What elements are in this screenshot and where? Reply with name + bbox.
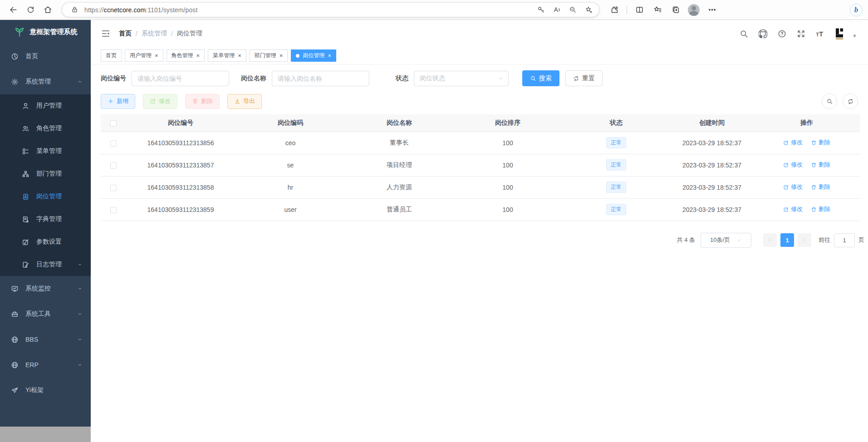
fullscreen-icon[interactable] bbox=[797, 29, 805, 38]
tab-close-icon[interactable]: × bbox=[328, 53, 331, 59]
next-page-button[interactable] bbox=[798, 233, 811, 247]
sidebar-item-system-tools[interactable]: 系统工具 bbox=[0, 301, 91, 327]
dashboard-icon bbox=[11, 53, 19, 60]
gear-icon bbox=[11, 78, 19, 86]
sidebar-item-role-mgmt[interactable]: 角色管理 bbox=[0, 117, 91, 140]
sidebar-item-bbs[interactable]: BBS bbox=[0, 327, 91, 352]
sidebar-item-menu-mgmt[interactable]: 菜单管理 bbox=[0, 140, 91, 162]
post-name-input[interactable] bbox=[272, 71, 369, 86]
tab-user-mgmt[interactable]: 用户管理× bbox=[125, 49, 163, 62]
page-size-select[interactable]: 10条/页 bbox=[701, 233, 751, 248]
breadcrumb-current: 岗位管理 bbox=[177, 29, 202, 38]
status-badge: 正常 bbox=[606, 204, 626, 215]
status-badge: 正常 bbox=[606, 137, 626, 148]
add-button[interactable]: 新增 bbox=[101, 94, 135, 109]
collections-icon[interactable] bbox=[668, 2, 683, 18]
row-edit-link[interactable]: 修改 bbox=[783, 205, 803, 213]
row-checkbox[interactable] bbox=[110, 140, 117, 147]
reset-button[interactable]: 重置 bbox=[565, 70, 603, 86]
header-search-icon[interactable] bbox=[740, 29, 748, 38]
sidebar-item-dict-mgmt[interactable]: 字典管理 bbox=[0, 208, 91, 231]
sidebar-toggle-icon[interactable] bbox=[101, 29, 111, 39]
search-button[interactable]: 搜索 bbox=[522, 70, 559, 86]
chevron-down-icon bbox=[77, 311, 83, 317]
browser-back-icon[interactable] bbox=[5, 2, 21, 18]
password-key-icon[interactable] bbox=[535, 4, 547, 16]
github-icon[interactable] bbox=[759, 29, 767, 38]
status-label: 状态 bbox=[396, 74, 408, 83]
tab-menu-mgmt[interactable]: 菜单管理× bbox=[208, 49, 246, 62]
profile-avatar[interactable] bbox=[686, 2, 701, 18]
tab-close-icon[interactable]: × bbox=[238, 53, 241, 59]
refresh-table-button[interactable] bbox=[843, 93, 858, 109]
sidebar-item-erp[interactable]: ERP bbox=[0, 352, 91, 378]
sidebar-item-home[interactable]: 首页 bbox=[0, 44, 91, 69]
chevron-down-icon bbox=[77, 362, 83, 368]
tab-home[interactable]: 首页 bbox=[101, 49, 122, 62]
edit-square-icon bbox=[22, 238, 29, 246]
font-size-icon[interactable]: TT bbox=[816, 30, 823, 38]
log-file-icon bbox=[22, 261, 29, 269]
chevron-left-icon bbox=[767, 237, 773, 243]
tab-dept-mgmt[interactable]: 部门管理× bbox=[250, 49, 288, 62]
tab-role-mgmt[interactable]: 角色管理× bbox=[167, 49, 205, 62]
sidebar-item-dept-mgmt[interactable]: 部门管理 bbox=[0, 162, 91, 185]
id-badge-icon bbox=[22, 193, 29, 201]
help-icon[interactable] bbox=[778, 29, 786, 38]
caret-down-icon[interactable]: ▼ bbox=[852, 29, 857, 39]
tab-post-mgmt[interactable]: 岗位管理× bbox=[291, 49, 336, 62]
sidebar-item-system-monitor[interactable]: 系统监控 bbox=[0, 276, 91, 301]
browser-refresh-icon[interactable] bbox=[23, 2, 38, 18]
status-select[interactable]: 岗位状态 bbox=[414, 71, 509, 86]
zoom-icon[interactable] bbox=[567, 4, 579, 16]
sidebar-item-log-mgmt[interactable]: 日志管理 bbox=[0, 253, 91, 276]
sidebar-item-user-mgmt[interactable]: 用户管理 bbox=[0, 94, 91, 117]
prev-page-button[interactable] bbox=[763, 233, 777, 247]
delete-button[interactable]: 删除 bbox=[185, 94, 220, 109]
row-edit-link[interactable]: 修改 bbox=[783, 138, 803, 147]
browser-home-icon[interactable] bbox=[40, 2, 55, 18]
table-header-row: 岗位编号 岗位编码 岗位名称 岗位排序 状态 创建时间 操作 bbox=[101, 114, 860, 132]
sidebar-item-system-mgmt[interactable]: 系统管理 bbox=[0, 69, 91, 94]
row-delete-link[interactable]: 删除 bbox=[811, 161, 830, 169]
url-text: https://ccnetcore.com:1101/system/post bbox=[84, 6, 197, 14]
breadcrumb-home[interactable]: 首页 bbox=[119, 29, 132, 38]
sidebar-item-yi-framework[interactable]: Yi框架 bbox=[0, 378, 91, 403]
more-menu-icon[interactable] bbox=[704, 2, 720, 18]
read-aloud-icon[interactable] bbox=[551, 4, 563, 16]
sidebar: 意框架管理系统 首页 系统管理 用户管理 角色管理 bbox=[0, 20, 91, 442]
export-button[interactable]: 导出 bbox=[227, 94, 262, 109]
row-delete-link[interactable]: 删除 bbox=[811, 183, 830, 191]
edit-icon bbox=[783, 162, 789, 168]
tab-close-icon[interactable]: × bbox=[280, 53, 283, 59]
tab-close-icon[interactable]: × bbox=[196, 53, 200, 59]
sidebar-item-post-mgmt[interactable]: 岗位管理 bbox=[0, 185, 91, 208]
sidebar-item-param-settings[interactable]: 参数设置 bbox=[0, 231, 91, 253]
edit-icon bbox=[150, 98, 156, 104]
row-delete-link[interactable]: 删除 bbox=[811, 138, 830, 147]
app-title: 意框架管理系统 bbox=[30, 28, 78, 36]
user-avatar[interactable] bbox=[834, 27, 847, 40]
breadcrumb-section[interactable]: 系统管理 bbox=[142, 29, 167, 38]
page-number-button[interactable]: 1 bbox=[780, 233, 794, 247]
tab-close-icon[interactable]: × bbox=[155, 53, 158, 59]
row-checkbox[interactable] bbox=[110, 162, 117, 169]
row-edit-link[interactable]: 修改 bbox=[783, 183, 803, 191]
row-delete-link[interactable]: 删除 bbox=[811, 205, 830, 213]
add-favorite-icon[interactable] bbox=[583, 4, 594, 16]
extensions-icon[interactable] bbox=[607, 2, 622, 18]
favorites-icon[interactable] bbox=[650, 2, 665, 18]
toggle-search-button[interactable] bbox=[822, 93, 837, 109]
post-code-input[interactable] bbox=[132, 71, 229, 86]
select-all-checkbox[interactable] bbox=[110, 120, 117, 127]
row-edit-link[interactable]: 修改 bbox=[783, 161, 803, 169]
split-screen-icon[interactable] bbox=[632, 2, 647, 18]
edit-button[interactable]: 修改 bbox=[143, 94, 177, 109]
copilot-bing-icon[interactable]: b bbox=[850, 4, 863, 16]
row-checkbox[interactable] bbox=[110, 185, 117, 191]
edit-icon bbox=[783, 206, 789, 212]
address-bar[interactable]: https://ccnetcore.com:1101/system/post bbox=[62, 2, 599, 17]
row-checkbox[interactable] bbox=[110, 207, 117, 213]
goto-page-input[interactable] bbox=[834, 233, 855, 247]
trash-icon bbox=[811, 162, 817, 168]
